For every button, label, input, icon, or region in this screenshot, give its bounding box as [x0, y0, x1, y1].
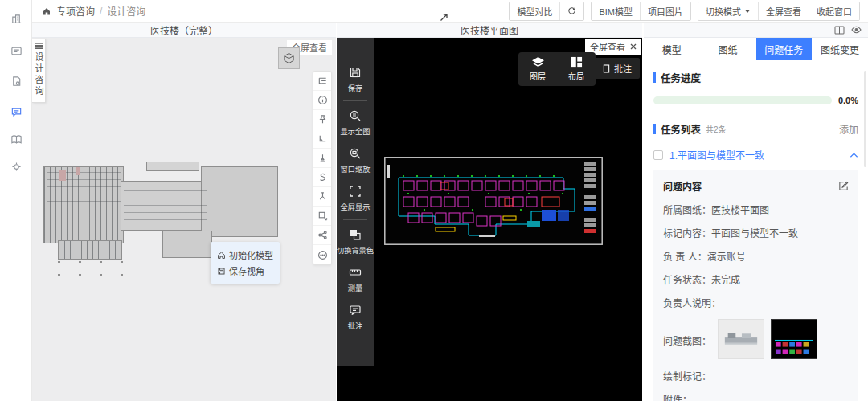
layers-icon — [531, 56, 545, 68]
task-1-checkbox[interactable] — [653, 150, 663, 160]
model-compare-button[interactable]: 模型对比 — [510, 2, 559, 20]
task-list-header: 任务列表 共2条 添加 — [653, 121, 858, 137]
save-button[interactable]: 保存 — [337, 60, 374, 98]
task-1-label[interactable]: 1.平面图与模型不一致 — [669, 148, 764, 162]
cad-panel-header: 医技楼平面图 — [337, 23, 642, 38]
edit-icon[interactable] — [838, 181, 849, 191]
right-panel-tabs: 模型 图纸 问题任务 图纸变更 — [644, 38, 868, 60]
tab-issue-tasks[interactable]: 问题任务 — [756, 38, 813, 60]
measure-button[interactable]: 测量 — [337, 260, 374, 298]
task-progress: 0.0% — [653, 96, 858, 105]
measure-icon — [349, 266, 362, 279]
tab-drawings[interactable]: 图纸 — [700, 38, 756, 60]
field-value: 医技楼平面图 — [711, 203, 769, 216]
share-icon[interactable] — [313, 226, 331, 245]
field-label: 标记内容： — [663, 226, 711, 239]
eye-icon[interactable] — [851, 26, 862, 34]
window-zoom-button[interactable]: 窗口缩放 — [337, 141, 374, 179]
task-item-1[interactable]: 1.平面图与模型不一致 — [653, 148, 858, 162]
layout-button[interactable]: 布局 — [568, 56, 584, 82]
field-label: 负责人说明： — [663, 296, 721, 309]
gear-icon[interactable] — [0, 156, 32, 177]
view-cube-button[interactable] — [278, 47, 300, 69]
progress-section-header: 任务进度 — [653, 70, 858, 85]
close-icon[interactable] — [630, 43, 637, 50]
cad-annotate-button[interactable]: 批注 — [595, 58, 640, 79]
chat-icon[interactable] — [0, 101, 32, 122]
home-icon — [42, 6, 51, 16]
fullscreen-display-button[interactable]: 全屏显示 — [337, 179, 374, 217]
book-icon[interactable] — [0, 129, 32, 149]
breadcrumb-separator: / — [100, 6, 102, 17]
fit-view-button[interactable]: 显示全图 — [337, 104, 374, 141]
issue-detail-card: 问题内容 所属图纸： 医技楼平面图 标记内容： 平面图与模型不一致 负 责 人：… — [653, 170, 858, 401]
background-toggle-icon — [349, 228, 362, 241]
file-badge-icon[interactable] — [0, 71, 32, 92]
pin-icon[interactable] — [313, 110, 331, 129]
menu-icon — [35, 42, 43, 50]
field-value: 未完成 — [711, 272, 740, 286]
fit-view-label: 显示全图 — [341, 125, 371, 137]
box-select-icon[interactable] — [313, 207, 331, 226]
layers-label: 图层 — [530, 70, 546, 82]
section-accent-bar — [653, 72, 656, 83]
add-task-button[interactable]: 添加 — [839, 122, 858, 136]
form-icon[interactable] — [0, 40, 32, 61]
layout-label: 布局 — [568, 70, 584, 82]
fullscreen-display-label: 全屏显示 — [341, 201, 371, 212]
survey-marker-icon[interactable] — [313, 149, 331, 168]
design-consult-tab[interactable]: 设计咨询 — [32, 39, 46, 103]
screenshot-thumbnail-drawing[interactable] — [771, 319, 817, 359]
field-label: 所属图纸： — [663, 203, 711, 216]
breadcrumb-section[interactable]: 专项咨询 — [56, 4, 95, 18]
bim-model-button[interactable]: BIM模型 — [592, 2, 640, 20]
cad-viewer[interactable]: 保存 显示全图 窗口缩放 全屏显示 切换背景色 测量 — [337, 38, 642, 401]
more-icon[interactable] — [313, 245, 331, 264]
fit-view-icon — [349, 109, 362, 122]
columns-icon[interactable] — [834, 26, 845, 35]
field-label: 负 责 人： — [663, 249, 707, 263]
cad-annotate-label: 批注 — [614, 62, 632, 75]
background-toggle-label: 切换背景色 — [337, 244, 374, 256]
field-screenshots: 问题截图： — [663, 319, 849, 359]
cad-drawing[interactable] — [384, 157, 603, 245]
layers-button[interactable]: 图层 — [530, 56, 546, 82]
project-images-button[interactable]: 项目图片 — [640, 2, 690, 20]
field-label: 任务状态： — [663, 272, 711, 286]
layout-icon — [571, 56, 583, 68]
background-toggle-button[interactable]: 切换背景色 — [337, 223, 374, 260]
topbar-actions: 模型对比 BIM模型 项目图片 切换模式 全屏查看 收起窗口 — [509, 2, 868, 21]
cad-panel-title: 医技楼平面图 — [461, 23, 518, 37]
model-compare-group: 模型对比 — [509, 2, 584, 21]
walkthrough-icon[interactable] — [313, 187, 331, 207]
annotate-tool-button[interactable]: 批注 — [337, 298, 374, 336]
model-viewer[interactable]: 设计咨询 全屏查看 — [32, 38, 336, 401]
info-icon[interactable] — [313, 91, 331, 110]
scrollbar-thumb[interactable] — [864, 71, 866, 167]
model-tree-icon[interactable] — [313, 72, 331, 91]
save-view-icon — [217, 267, 226, 276]
issue-detail-title: 问题内容 — [663, 179, 702, 193]
section-icon[interactable] — [313, 168, 331, 187]
fullscreen-view-button[interactable]: 全屏查看 — [758, 2, 809, 20]
issue-detail-header: 问题内容 — [663, 179, 849, 193]
init-model-item[interactable]: 初始化模型 — [217, 247, 273, 263]
chevron-up-icon[interactable] — [850, 152, 858, 158]
field-label: 附件： — [663, 392, 692, 401]
save-view-label: 保存视角 — [229, 264, 264, 277]
view-source-group: BIM模型 项目图片 — [591, 2, 691, 21]
screenshot-thumbnail-model[interactable] — [718, 319, 764, 359]
switch-mode-button[interactable]: 切换模式 — [698, 2, 758, 20]
tab-drawing-changes[interactable]: 图纸变更 — [812, 38, 868, 60]
view-cube-icon — [283, 52, 295, 64]
caret-down-icon — [744, 8, 751, 14]
refresh-button[interactable] — [559, 2, 583, 20]
viewer-toolbar — [313, 71, 332, 265]
building-icon[interactable] — [0, 8, 32, 29]
angle-measure-icon[interactable] — [313, 129, 331, 149]
save-view-item[interactable]: 保存视角 — [217, 263, 273, 279]
tab-model[interactable]: 模型 — [644, 38, 700, 60]
fullscreen-icon — [349, 185, 362, 198]
collapse-window-button[interactable]: 收起窗口 — [809, 2, 859, 20]
window-zoom-icon — [349, 147, 362, 160]
